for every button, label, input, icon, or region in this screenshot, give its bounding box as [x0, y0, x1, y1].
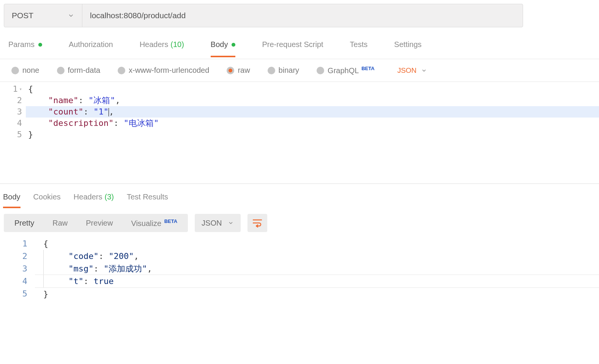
body-type-graphql-label: GraphQL — [328, 66, 359, 75]
radio-icon — [317, 67, 324, 74]
body-type-none[interactable]: none — [11, 66, 39, 75]
tab-params[interactable]: Params — [8, 40, 42, 57]
tab-body-label: Body — [211, 40, 228, 49]
line-number: 2 — [17, 95, 22, 106]
view-mode-raw[interactable]: Raw — [43, 215, 77, 231]
brace-open: { — [28, 84, 33, 94]
response-tab-cookies[interactable]: Cookies — [33, 193, 61, 208]
code-line: { — [26, 83, 599, 95]
resp-line: { — [35, 237, 599, 250]
request-url-input[interactable]: localhost:8080/product/add — [82, 4, 523, 27]
json-key: "count" — [48, 107, 84, 116]
tab-prerequest[interactable]: Pre-request Script — [262, 40, 323, 57]
response-tab-test-results[interactable]: Test Results — [127, 193, 168, 208]
line-number: 4 — [17, 118, 22, 129]
radio-icon — [11, 67, 19, 74]
response-tabs: Body Cookies Headers (3) Test Results — [0, 184, 599, 210]
body-type-none-label: none — [22, 66, 39, 75]
tab-authorization[interactable]: Authorization — [69, 40, 113, 57]
resp-line: "code": "200", — [35, 250, 599, 262]
editor-gutter: 1 ▾ 2 3 4 5 — [0, 82, 26, 184]
comma: , — [109, 107, 114, 116]
comma: , — [134, 251, 139, 261]
view-mode-group: Pretty Raw Preview Visualize BETA — [4, 214, 188, 232]
content-type-select[interactable]: JSON — [397, 66, 427, 75]
line-number: 5 — [3, 287, 27, 300]
content-type-value: JSON — [397, 66, 417, 75]
http-method-select[interactable]: POST — [4, 4, 82, 27]
body-type-raw-label: raw — [238, 66, 250, 75]
json-key: "name" — [48, 96, 78, 105]
response-view-controls: Pretty Raw Preview Visualize BETA JSON — [0, 210, 599, 237]
body-type-binary-label: binary — [279, 66, 299, 75]
response-tab-body[interactable]: Body — [3, 193, 20, 208]
body-type-row: none form-data x-www-form-urlencoded raw… — [0, 59, 599, 82]
json-value: "电冰箱" — [124, 118, 159, 128]
request-url-value: localhost:8080/product/add — [90, 11, 186, 20]
wrap-icon — [252, 218, 262, 228]
body-type-xwww[interactable]: x-www-form-urlencoded — [118, 66, 209, 75]
json-key: "code" — [68, 251, 98, 261]
tab-tests[interactable]: Tests — [350, 40, 368, 57]
view-mode-visualize[interactable]: Visualize BETA — [122, 215, 186, 231]
json-value: true — [93, 276, 113, 286]
request-body-editor[interactable]: 1 ▾ 2 3 4 5 { "name": "冰箱", "count": "1"… — [0, 82, 599, 184]
response-tab-body-label: Body — [3, 193, 20, 201]
wrap-lines-button[interactable] — [247, 214, 267, 232]
tab-headers[interactable]: Headers (10) — [140, 40, 184, 57]
json-key: "t" — [68, 276, 84, 286]
request-bar: POST localhost:8080/product/add — [4, 4, 523, 27]
beta-label: BETA — [164, 218, 177, 224]
response-body-viewer[interactable]: 1 2 3 4 5 { "code": "200", "msg": "添加成功"… — [3, 237, 599, 309]
tab-prerequest-label: Pre-request Script — [262, 40, 323, 49]
tab-tests-label: Tests — [350, 40, 368, 49]
resp-line: "msg": "添加成功", — [35, 262, 599, 275]
response-tab-cookies-label: Cookies — [33, 193, 61, 201]
json-value: "添加成功" — [104, 264, 147, 273]
view-mode-preview[interactable]: Preview — [77, 215, 122, 231]
line-number: 1 — [3, 237, 27, 250]
beta-label: BETA — [361, 66, 374, 71]
chevron-down-icon — [68, 12, 74, 19]
code-line: } — [26, 129, 599, 140]
tab-params-label: Params — [8, 40, 35, 49]
json-value: "200" — [109, 251, 134, 261]
response-tab-test-results-label: Test Results — [127, 193, 168, 201]
comma: , — [115, 96, 120, 105]
tab-settings[interactable]: Settings — [394, 40, 421, 57]
response-gutter: 1 2 3 4 5 — [3, 237, 35, 309]
body-type-binary[interactable]: binary — [268, 66, 299, 75]
tab-settings-label: Settings — [394, 40, 421, 49]
brace-close: } — [28, 130, 33, 139]
chevron-down-icon — [228, 220, 234, 226]
fold-icon[interactable]: ▾ — [19, 83, 22, 95]
line-number: 2 — [3, 250, 27, 262]
body-type-raw[interactable]: raw — [227, 66, 250, 75]
tab-headers-label: Headers — [140, 40, 169, 49]
response-headers-count: (3) — [104, 193, 113, 201]
body-type-form-data[interactable]: form-data — [57, 66, 101, 75]
view-mode-visualize-label: Visualize — [131, 219, 161, 227]
body-type-graphql[interactable]: GraphQL BETA — [317, 66, 375, 75]
brace-close: } — [43, 289, 48, 299]
editor-code[interactable]: { "name": "冰箱", "count": "1", "descripti… — [26, 82, 599, 184]
colon: : — [113, 118, 118, 128]
json-value: "1" — [93, 107, 109, 116]
colon: : — [84, 107, 88, 116]
request-tabs: Params Authorization Headers (10) Body P… — [0, 27, 599, 59]
json-value: "冰箱" — [88, 96, 115, 105]
response-format-value: JSON — [202, 219, 222, 228]
colon: : — [93, 264, 98, 273]
view-mode-pretty[interactable]: Pretty — [5, 215, 43, 231]
radio-icon — [118, 67, 125, 74]
body-type-form-data-label: form-data — [68, 66, 101, 75]
response-format-select[interactable]: JSON — [195, 214, 241, 232]
line-number: 3 — [3, 262, 27, 275]
tab-body[interactable]: Body — [211, 40, 236, 57]
tab-authorization-label: Authorization — [69, 40, 113, 49]
status-dot-icon — [38, 43, 42, 47]
json-key: "description" — [48, 118, 113, 128]
line-number: 5 — [17, 129, 22, 140]
response-tab-headers[interactable]: Headers (3) — [74, 193, 114, 208]
comma: , — [147, 264, 152, 273]
